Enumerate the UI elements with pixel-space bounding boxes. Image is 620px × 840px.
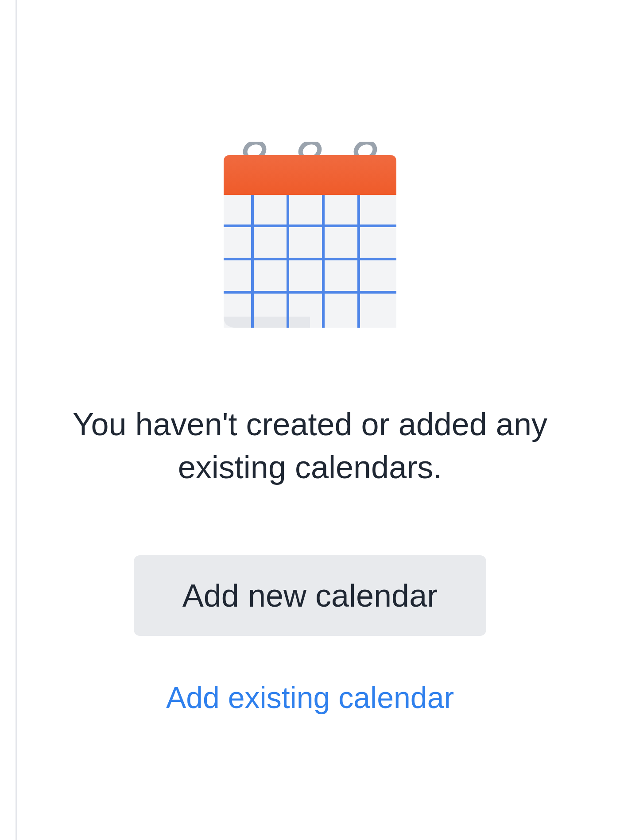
empty-state-message: You haven't created or added any existin… xyxy=(55,403,565,489)
add-new-calendar-button[interactable]: Add new calendar xyxy=(134,555,486,636)
calendar-empty-state: You haven't created or added any existin… xyxy=(16,0,604,719)
add-existing-calendar-link[interactable]: Add existing calendar xyxy=(162,676,458,719)
calendar-icon xyxy=(221,142,399,332)
svg-rect-3 xyxy=(224,195,396,328)
